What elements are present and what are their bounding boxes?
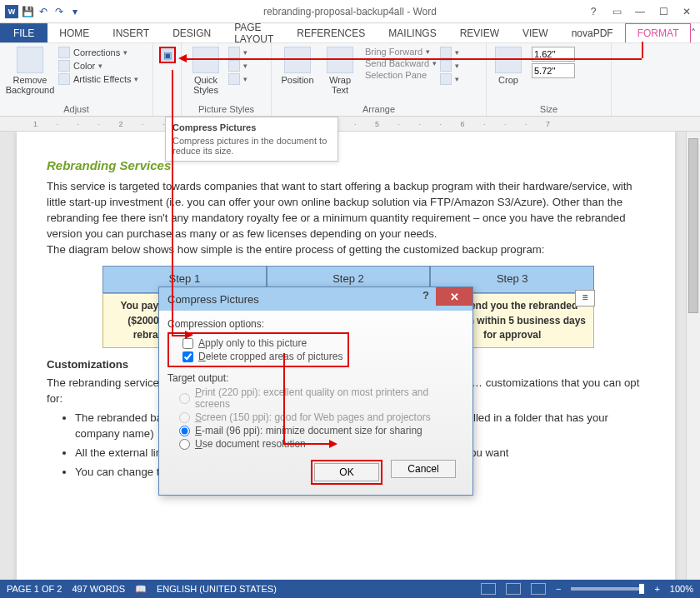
annotation-arrow	[283, 353, 285, 443]
tab-file[interactable]: FILE	[0, 23, 48, 42]
dialog-body: Compression options: AApply only to this…	[159, 311, 472, 495]
window-controls: ? ▭ — ☐ ✕	[585, 6, 700, 17]
delete-cropped-checkbox[interactable]: Delete cropped areas of pictures	[182, 351, 342, 362]
picture-effects-icon[interactable]	[228, 60, 240, 72]
group-arrange-label: Arrange	[277, 102, 481, 114]
remove-background-button[interactable]: Remove Background	[5, 47, 55, 95]
status-bar: PAGE 1 OF 2 497 WORDS 📖 ENGLISH (UNITED …	[0, 580, 700, 598]
status-words[interactable]: 497 WORDS	[72, 584, 125, 594]
crop-label: Crop	[498, 75, 518, 85]
quick-styles-button[interactable]: Quick Styles	[187, 47, 225, 95]
web-layout-icon[interactable]	[531, 583, 546, 595]
picture-layout-icon[interactable]	[228, 73, 240, 85]
wrap-text-button[interactable]: Wrap Text	[322, 47, 358, 95]
dialog-titlebar[interactable]: Compress Pictures ? ✕	[159, 287, 472, 311]
picture-border-icon[interactable]	[228, 47, 240, 58]
apply-only-checkbox[interactable]: AApply only to this picturepply only to …	[182, 337, 342, 349]
help-icon[interactable]: ?	[585, 6, 602, 17]
ribbon-options-icon[interactable]: ▭	[608, 6, 625, 17]
compression-options-label: Compression options:	[168, 318, 464, 330]
artistic-effects-button[interactable]: Artistic Effects▾	[58, 73, 138, 85]
status-page[interactable]: PAGE 1 OF 2	[7, 584, 62, 594]
target-email-radio[interactable]: E-mail (96 ppi): minimize document size …	[179, 425, 464, 436]
zoom-level[interactable]: 100%	[670, 584, 693, 594]
crop-icon	[495, 47, 522, 73]
color-label: Color	[73, 61, 95, 71]
ok-button[interactable]: OK	[314, 463, 379, 481]
group-picture-styles: Quick Styles ▾ ▾ ▾ Picture Styles	[182, 43, 272, 116]
tab-page-layout[interactable]: PAGE LAYOUT	[222, 23, 285, 42]
tab-view[interactable]: VIEW	[511, 23, 560, 42]
annotation-arrow	[185, 58, 642, 60]
width-input[interactable]	[532, 63, 575, 78]
ribbon: Remove Background Corrections▾ Color▾ Ar…	[0, 43, 700, 117]
annotation-arrowhead	[329, 440, 338, 448]
remove-background-label: Remove Background	[5, 75, 55, 95]
zoom-slider[interactable]	[571, 587, 644, 591]
print-layout-icon[interactable]	[506, 583, 521, 595]
annotation-arrow	[642, 42, 643, 58]
adjust-extra-column: ▣	[153, 43, 182, 116]
maximize-icon[interactable]: ☐	[655, 6, 672, 17]
group-size-label: Size	[492, 102, 606, 114]
tab-review[interactable]: REVIEW	[448, 23, 511, 42]
tab-design[interactable]: DESIGN	[161, 23, 222, 42]
ribbon-tabs: FILE HOME INSERT DESIGN PAGE LAYOUT REFE…	[0, 23, 700, 43]
dialog-help-icon[interactable]: ?	[422, 289, 429, 301]
proofing-icon[interactable]: 📖	[135, 584, 147, 595]
tab-mailings[interactable]: MAILINGS	[377, 23, 448, 42]
target-output-label: Target output:	[168, 372, 464, 384]
color-button[interactable]: Color▾	[58, 60, 138, 72]
annotation-arrow	[283, 443, 333, 445]
group-icon[interactable]	[440, 60, 452, 72]
tab-novapdf[interactable]: novaPDF	[560, 23, 625, 42]
zoom-in-icon[interactable]: +	[654, 584, 659, 594]
crop-button[interactable]: Crop	[492, 47, 525, 85]
quick-access-toolbar: W 💾 ↶ ↷ ▾	[0, 5, 82, 18]
layout-options-button[interactable]: ≡	[575, 290, 595, 306]
zoom-out-icon[interactable]: −	[556, 584, 561, 594]
position-icon	[284, 47, 311, 73]
read-mode-icon[interactable]	[481, 583, 496, 595]
align-icon[interactable]	[440, 47, 452, 58]
group-size: Crop Size	[487, 43, 612, 116]
status-language[interactable]: ENGLISH (UNITED STATES)	[157, 584, 277, 594]
horizontal-ruler[interactable]: 1 · · · 2 · · · 3 · · · 4 · · · 5 · · · …	[0, 117, 700, 132]
close-icon[interactable]: ✕	[678, 6, 695, 17]
target-print-radio: Print (220 ppi): excellent quality on mo…	[179, 386, 464, 410]
tab-insert[interactable]: INSERT	[101, 23, 161, 42]
artistic-effects-label: Artistic Effects	[73, 74, 131, 84]
collapse-ribbon-icon[interactable]: ˄	[691, 27, 700, 39]
window-title: rebranding-proposal-backup4all - Word	[263, 6, 437, 17]
save-icon[interactable]: 💾	[21, 5, 34, 18]
selection-pane-label: Selection Pane	[365, 70, 427, 80]
remove-background-icon	[17, 47, 43, 73]
dialog-close-button[interactable]: ✕	[436, 287, 472, 306]
position-button[interactable]: Position	[277, 47, 318, 85]
heading-rebranding-services: Rebranding Services	[47, 157, 650, 175]
scrollbar-thumb[interactable]	[688, 138, 698, 313]
tooltip-body: Compress pictures in the document to red…	[172, 136, 331, 156]
tab-references[interactable]: REFERENCES	[285, 23, 377, 42]
redo-icon[interactable]: ↷	[52, 5, 66, 18]
cancel-button[interactable]: Cancel	[391, 460, 456, 478]
corrections-button[interactable]: Corrections▾	[58, 47, 138, 58]
qat-dropdown-icon[interactable]: ▾	[68, 5, 82, 18]
layout-options-icon: ≡	[582, 291, 588, 305]
quick-styles-icon	[192, 47, 219, 73]
color-icon	[58, 60, 70, 72]
tab-home[interactable]: HOME	[48, 23, 101, 42]
minimize-icon[interactable]: —	[632, 6, 648, 17]
tab-format[interactable]: FORMAT	[625, 23, 692, 42]
selection-pane-button[interactable]: Selection Pane	[362, 70, 437, 80]
bring-forward-button[interactable]: Bring Forward▾	[362, 47, 437, 57]
undo-icon[interactable]: ↶	[37, 5, 50, 18]
compress-pictures-button[interactable]: ▣	[159, 47, 176, 63]
rotate-icon[interactable]	[440, 73, 452, 85]
annotation-arrowhead	[185, 331, 193, 339]
vertical-scrollbar[interactable]	[686, 132, 700, 581]
dialog-title: Compress Pictures	[168, 293, 259, 306]
bring-forward-label: Bring Forward	[365, 47, 422, 57]
compress-pictures-dialog: Compress Pictures ? ✕ Compression option…	[158, 287, 473, 496]
word-app-icon: W	[5, 5, 18, 18]
